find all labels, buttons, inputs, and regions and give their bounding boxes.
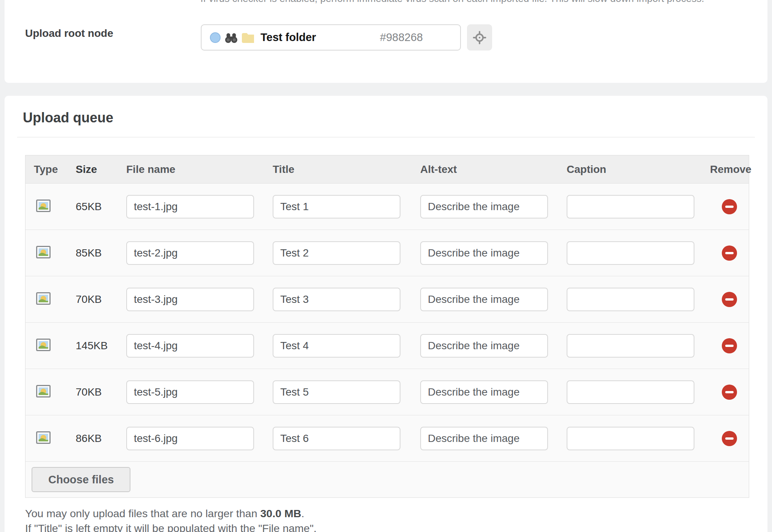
title-populate-note: If "Title" is left empty it will be popu… <box>25 521 767 532</box>
upload-settings-panel: If virus checker is enabled, perform imm… <box>5 0 767 83</box>
table-row: 145KB <box>25 323 749 369</box>
binoculars-icon <box>225 32 238 43</box>
title-input[interactable] <box>273 288 400 311</box>
caption-input[interactable] <box>567 334 694 358</box>
crosshair-target-icon <box>472 30 487 45</box>
filename-input[interactable] <box>126 427 254 450</box>
choose-files-button[interactable]: Choose files <box>32 467 130 492</box>
selected-node-name: Test folder <box>261 31 316 44</box>
upload-queue-panel: Upload queue Type Size File name Title A… <box>5 96 767 532</box>
table-row: 85KB <box>25 230 749 276</box>
file-size: 86KB <box>67 432 126 445</box>
file-size: 85KB <box>67 247 126 259</box>
table-row: 65KB <box>25 184 749 230</box>
remove-file-button[interactable] <box>722 338 737 353</box>
upload-notes: You may only upload files that are no la… <box>25 506 767 532</box>
image-file-icon <box>36 200 51 212</box>
size-limit-value: 30.0 MB <box>260 507 301 519</box>
file-size: 70KB <box>67 293 126 306</box>
alttext-input[interactable] <box>420 241 548 265</box>
column-header-alttext: Alt-text <box>420 163 567 176</box>
filename-input[interactable] <box>126 241 254 265</box>
column-header-caption: Caption <box>567 163 710 176</box>
filename-input[interactable] <box>126 334 254 358</box>
minus-icon <box>725 391 734 393</box>
upload-root-node-label: Upload root node <box>25 27 113 40</box>
minus-icon <box>725 206 734 208</box>
title-input[interactable] <box>273 380 400 404</box>
image-file-icon <box>36 339 51 351</box>
column-header-type: Type <box>25 163 67 176</box>
image-file-icon <box>36 385 51 397</box>
column-header-title: Title <box>273 163 420 176</box>
column-header-filename: File name <box>126 163 273 176</box>
remove-file-button[interactable] <box>722 292 737 307</box>
title-input[interactable] <box>273 241 400 265</box>
upload-page: If virus checker is enabled, perform imm… <box>0 0 772 532</box>
remove-file-button[interactable] <box>722 199 737 214</box>
virus-checker-note: If virus checker is enabled, perform imm… <box>200 0 704 5</box>
folder-icon <box>241 32 254 43</box>
file-size: 65KB <box>67 201 126 213</box>
caption-input[interactable] <box>567 195 694 218</box>
choose-files-row: Choose files <box>25 462 749 497</box>
filename-input[interactable] <box>126 195 254 218</box>
alttext-input[interactable] <box>420 427 548 450</box>
selected-node-id: #988268 <box>380 31 423 44</box>
column-header-size: Size <box>67 163 126 176</box>
caption-input[interactable] <box>567 427 694 450</box>
file-size: 70KB <box>67 386 126 398</box>
table-row: 70KB <box>25 369 749 415</box>
table-header-row: Type Size File name Title Alt-text Capti… <box>25 155 749 184</box>
size-limit-note: You may only upload files that are no la… <box>25 506 767 521</box>
root-node-selector[interactable]: Test folder #988268 <box>201 24 461 51</box>
minus-icon <box>725 437 734 440</box>
locate-node-button[interactable] <box>467 24 492 51</box>
alttext-input[interactable] <box>420 380 548 404</box>
alttext-input[interactable] <box>420 288 548 311</box>
upload-queue-title: Upload queue <box>23 109 767 126</box>
upload-queue-table: Type Size File name Title Alt-text Capti… <box>25 155 749 498</box>
title-input[interactable] <box>273 427 400 450</box>
caption-input[interactable] <box>567 241 694 265</box>
image-file-icon <box>36 431 51 444</box>
image-file-icon <box>36 246 51 258</box>
table-row: 86KB <box>25 415 749 462</box>
minus-icon <box>725 345 734 347</box>
column-header-remove: Remove <box>710 163 751 176</box>
alttext-input[interactable] <box>420 334 548 358</box>
remove-file-button[interactable] <box>722 245 737 261</box>
node-status-dot-icon <box>210 32 221 43</box>
alttext-input[interactable] <box>420 195 548 218</box>
filename-input[interactable] <box>126 380 254 404</box>
minus-icon <box>725 252 734 254</box>
title-input[interactable] <box>273 195 400 218</box>
title-divider <box>17 137 755 138</box>
table-row: 70KB <box>25 276 749 323</box>
caption-input[interactable] <box>567 288 694 311</box>
title-input[interactable] <box>273 334 400 358</box>
minus-icon <box>725 298 734 301</box>
caption-input[interactable] <box>567 380 694 404</box>
remove-file-button[interactable] <box>722 385 737 400</box>
remove-file-button[interactable] <box>722 431 737 446</box>
image-file-icon <box>36 292 51 305</box>
filename-input[interactable] <box>126 288 254 311</box>
file-size: 145KB <box>67 340 126 352</box>
